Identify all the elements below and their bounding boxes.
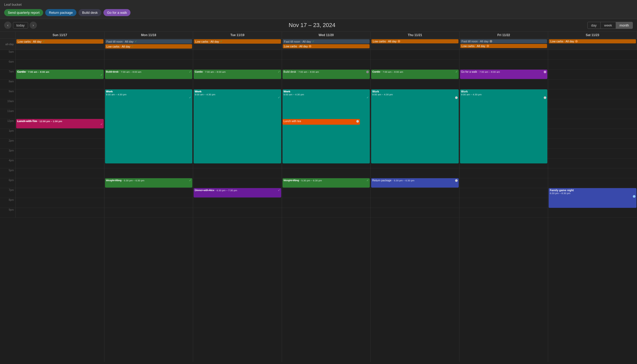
event-weight-lifting-wed[interactable]: Weight lifting · 5:30 pm – 6:30 pm ✓	[283, 178, 370, 188]
allday-fri: Fast till noon · All day Low carbs · All…	[459, 39, 548, 50]
circle-icon	[544, 71, 546, 73]
time-5pm: 5pm	[0, 168, 16, 178]
day-header-thu: Thu 11/21	[371, 32, 459, 38]
allday-wed: Fast till noon · All day ✓ Low carbs · A…	[282, 39, 371, 50]
allday-event[interactable]: Fast till noon · All day ✓	[283, 39, 370, 44]
time-column: 5am 6am 7am 8am 9am 10am 11am 12pm 1pm 2…	[0, 50, 16, 362]
event-work-tue[interactable]: Work 9:00 am – 4:30 pm ✓	[194, 89, 281, 163]
day-header-wed: Wed 11/20	[282, 32, 371, 38]
event-return-package-thu[interactable]: Return package · 5:30 pm – 6:30 pm	[371, 178, 459, 188]
event-build-desk-mon[interactable]: Build desk · 7:00 am – 8:00 am ✓	[105, 70, 193, 79]
time-9am: 9am	[0, 89, 16, 99]
allday-event[interactable]: Low carbs · All day ✓	[105, 44, 192, 49]
day-header-sat: Sat 11/23	[548, 32, 637, 38]
time-12pm: 12pm	[0, 119, 16, 129]
day-view-button[interactable]: day	[588, 22, 600, 29]
check-icon: ✓	[43, 40, 45, 43]
day-col-fri: Go for a walk · 7:00 am – 8:00 am Work 9…	[459, 50, 548, 362]
event-work-wed[interactable]: Work 9:00 am – 4:30 pm ✓	[283, 89, 370, 163]
event-go-walk-fri[interactable]: Go for a walk · 7:00 am – 8:00 am	[460, 70, 548, 79]
allday-event[interactable]: Fast till noon · All day	[460, 39, 547, 43]
next-button[interactable]: ›	[30, 22, 37, 29]
allday-label: all-day	[0, 39, 16, 50]
allday-sat: Low carbs · All day	[548, 39, 637, 50]
allday-event[interactable]: Low carbs · All day	[371, 39, 458, 43]
time-7am: 7am	[0, 70, 16, 80]
circle-icon	[455, 96, 458, 99]
circle-icon	[544, 96, 546, 99]
time-6pm: 6pm	[0, 178, 16, 188]
nav-controls: ‹ today ›	[4, 22, 37, 29]
allday-event[interactable]: Low carbs · All day ✓	[16, 39, 103, 44]
time-8am: 8am	[0, 80, 16, 89]
allday-sun: Low carbs · All day ✓	[16, 39, 104, 50]
calendar-title: Nov 17 – 23, 2024	[37, 22, 587, 29]
check-icon: ✓	[135, 40, 137, 43]
time-2pm: 2pm	[0, 139, 16, 149]
day-header-tue: Tue 11/19	[193, 32, 282, 38]
month-view-button[interactable]: month	[616, 22, 633, 29]
time-8pm: 8pm	[0, 198, 16, 208]
time-1pm: 1pm	[0, 129, 16, 139]
day-headers: Sun 11/17 Mon 11/18 Tue 11/19 Wed 11/20 …	[0, 32, 637, 39]
allday-event[interactable]: Low carbs · All day ✓	[194, 39, 281, 44]
send-quarterly-button[interactable]: Send quarterly report	[4, 9, 43, 16]
day-header-sun: Sun 11/17	[16, 32, 104, 38]
header-spacer	[0, 32, 16, 38]
allday-tue: Low carbs · All day ✓	[193, 39, 282, 50]
event-family-game-sat[interactable]: Family game night 6:30 pm – 8:30 pm	[549, 188, 636, 208]
event-lunch-tim-sun[interactable]: Lunch with Tim · 12:00 pm – 1:00 pm ✓	[16, 119, 104, 128]
allday-event[interactable]: Low carbs · All day	[549, 39, 636, 43]
event-work-thu[interactable]: Work 9:00 am – 4:30 pm	[371, 89, 459, 163]
day-header-fri: Fri 11/22	[459, 32, 548, 38]
allday-mon: Fast till noon · All day ✓ Low carbs · A…	[104, 39, 193, 50]
event-weight-lifting-mon[interactable]: Weight lifting · 5:30 pm – 6:30 pm ✓	[105, 178, 193, 188]
circle-icon	[309, 45, 311, 48]
circle-icon	[487, 45, 489, 47]
day-col-thu: Cardio · 7:00 am – 8:00 am ✓ Work 9:00 a…	[371, 50, 459, 362]
check-icon: ✓	[220, 40, 222, 43]
day-header-mon: Mon 11/18	[104, 32, 193, 38]
allday-event[interactable]: Low carbs · All day	[460, 44, 547, 48]
time-5am: 5am	[0, 50, 16, 60]
quick-buttons: Send quarterly report Return package Bui…	[4, 9, 633, 16]
day-col-mon: Build desk · 7:00 am – 8:00 am ✓ Work 9:…	[104, 50, 193, 362]
day-col-sun: Cardio · 7:00 am – 8:00 am ✓ Lunch with …	[16, 50, 104, 362]
time-3pm: 3pm	[0, 149, 16, 158]
time-7pm: 7pm	[0, 188, 16, 198]
circle-icon	[633, 195, 635, 198]
time-10am: 10am	[0, 99, 16, 109]
prev-button[interactable]: ‹	[4, 22, 11, 29]
event-dinner-alex-tue[interactable]: Dinner with Alex · 6:30 pm – 7:30 pm ✓	[194, 188, 281, 197]
go-for-walk-button[interactable]: Go for a walk	[103, 9, 131, 16]
app-title: Leaf bucket	[4, 3, 633, 6]
return-package-button[interactable]: Return package	[45, 9, 76, 16]
event-cardio-sun[interactable]: Cardio · 7:00 am – 8:00 am ✓	[16, 70, 104, 79]
top-bar: Leaf bucket Send quarterly report Return…	[0, 0, 637, 19]
view-buttons: day week month	[587, 22, 633, 29]
allday-event[interactable]: Fast till noon · All day ✓	[105, 39, 192, 44]
event-build-desk-wed[interactable]: Build desk · 7:00 am – 8:00 am	[283, 70, 370, 79]
allday-thu: Low carbs · All day	[371, 39, 459, 50]
calendar-container: Sun 11/17 Mon 11/18 Tue 11/19 Wed 11/20 …	[0, 32, 637, 362]
event-lunch-tea-wed[interactable]: Lunch with tea	[283, 119, 360, 125]
week-view-button[interactable]: week	[600, 22, 616, 29]
time-4pm: 4pm	[0, 158, 16, 168]
allday-event[interactable]: Low carbs · All day	[283, 44, 370, 48]
time-6am: 6am	[0, 60, 16, 70]
event-cardio-thu[interactable]: Cardio · 7:00 am – 8:00 am ✓	[371, 70, 459, 79]
build-desk-button[interactable]: Build desk	[78, 9, 101, 16]
time-9pm: 9pm	[0, 208, 16, 218]
day-col-wed: Build desk · 7:00 am – 8:00 am Work 9:00…	[282, 50, 371, 362]
circle-icon	[455, 179, 458, 182]
circle-icon	[366, 71, 369, 73]
day-col-tue: Cardio · 7:00 am – 8:00 am ✓ Work 9:00 a…	[193, 50, 282, 362]
event-cardio-tue[interactable]: Cardio · 7:00 am – 8:00 am ✓	[194, 70, 281, 79]
today-button[interactable]: today	[13, 22, 28, 29]
event-work-fri[interactable]: Work 9:00 am – 4:30 pm	[460, 89, 548, 163]
calendar-nav: ‹ today › Nov 17 – 23, 2024 day week mon…	[0, 19, 637, 32]
circle-icon	[575, 40, 578, 43]
event-work-mon[interactable]: Work 9:00 am – 4:30 pm ✓	[105, 89, 193, 163]
circle-icon	[490, 40, 492, 43]
day-col-sat: Family game night 6:30 pm – 8:30 pm	[548, 50, 637, 362]
